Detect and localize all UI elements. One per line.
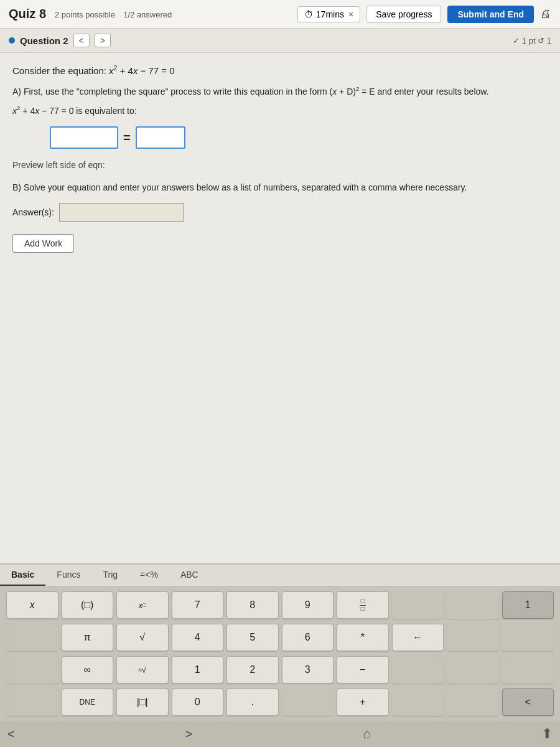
preview-text: Preview left side of eqn: — [12, 160, 548, 170]
answer-label: Answer(s): — [12, 207, 54, 217]
key-empty-2 — [447, 591, 499, 619]
home-icon[interactable]: ⌂ — [363, 726, 371, 742]
equals-sign: = — [123, 131, 131, 145]
header-left: Quiz 8 2 points possible 1/2 answered — [9, 7, 172, 21]
next-question-button[interactable]: > — [95, 34, 111, 47]
left-side-input[interactable] — [50, 126, 118, 149]
key-decimal[interactable]: . — [226, 688, 279, 716]
question-nav-right: ✓ 1 pt ↺ 1 — [513, 36, 551, 45]
print-icon[interactable]: 🖨 — [540, 7, 551, 21]
keyboard-left-arrow[interactable]: < — [7, 727, 15, 741]
key-backspace[interactable]: ← — [392, 624, 444, 651]
tab-percent[interactable]: =<% — [129, 565, 169, 586]
question-label: Question 2 — [20, 35, 68, 46]
part-b-label: B) Solve your equation and enter your an… — [12, 181, 548, 194]
progress-text: 1/2 answered — [123, 10, 172, 19]
keyboard-bottom-left: < — [7, 727, 15, 741]
key-superscript[interactable]: x□ — [116, 591, 169, 619]
main-content: Question 2 < > ✓ 1 pt ↺ 1 Consider the e… — [0, 29, 560, 563]
key-sqrt[interactable]: √ — [116, 624, 169, 651]
keyboard-tabs: Basic Funcs Trig =<% ABC — [0, 565, 560, 586]
tab-abc[interactable]: ABC — [169, 565, 210, 586]
prev-question-button[interactable]: < — [73, 34, 90, 47]
key-dne[interactable]: DNE — [62, 688, 114, 716]
key-multiply[interactable]: * — [337, 624, 389, 651]
question-nav: Question 2 < > ✓ 1 pt ↺ 1 — [0, 29, 560, 53]
question-nav-left: Question 2 < > — [9, 34, 111, 47]
completing-square-input-row: = — [50, 126, 548, 149]
key-7[interactable]: 7 — [172, 591, 224, 619]
keyboard-home-area: ⌂ — [363, 726, 371, 742]
timer-x[interactable]: × — [348, 9, 353, 19]
quiz-title: Quiz 8 — [9, 7, 46, 21]
key-empty-8 — [447, 656, 499, 684]
key-empty-13 — [447, 688, 499, 716]
key-infinity[interactable]: ∞ — [62, 656, 114, 684]
key-empty-7 — [392, 656, 444, 684]
tab-basic[interactable]: Basic — [0, 565, 45, 586]
key-minus[interactable]: − — [337, 656, 389, 684]
key-empty-1 — [392, 591, 444, 619]
question-dot — [9, 37, 15, 44]
keyboard-bottom-right: ⬆ — [541, 726, 553, 742]
key-4[interactable]: 4 — [172, 624, 224, 651]
answer-row: Answer(s): — [12, 203, 548, 222]
key-right-arrow[interactable]: < — [502, 688, 554, 716]
share-icon[interactable]: ⬆ — [541, 726, 553, 742]
keyboard-bottom: < > ⌂ ⬆ — [0, 721, 560, 747]
score-display: ✓ 1 pt ↺ 1 — [513, 36, 551, 45]
key-empty-4 — [447, 624, 499, 651]
submit-end-button[interactable]: Submit and End — [447, 6, 534, 23]
key-abs[interactable]: |□| — [116, 688, 169, 716]
key-empty-6 — [6, 656, 58, 684]
question-body: Consider the equation: x2 + 4x − 77 = 0 … — [0, 53, 560, 264]
key-empty-9 — [502, 656, 554, 684]
key-fraction[interactable]: □ □ — [337, 591, 389, 619]
timer-value: 17mins — [316, 9, 344, 19]
header-center: ⏱ 17mins × Save progress Submit and End … — [297, 6, 551, 23]
answer-input[interactable] — [59, 203, 184, 222]
timer-box: ⏱ 17mins × — [297, 6, 360, 22]
tab-trig[interactable]: Trig — [91, 565, 129, 586]
key-x[interactable]: x — [6, 591, 58, 619]
key-0[interactable]: 0 — [172, 688, 224, 716]
keyboard-area: Basic Funcs Trig =<% ABC x (□) x□ 7 8 9 … — [0, 563, 560, 747]
key-plus[interactable]: + — [337, 688, 389, 716]
key-empty-10 — [6, 688, 58, 716]
key-empty-3 — [6, 624, 58, 651]
key-5[interactable]: 5 — [226, 624, 279, 651]
add-work-button[interactable]: Add Work — [12, 234, 74, 253]
part-a-label: A) First, use the "completing the square… — [12, 85, 548, 98]
key-paren[interactable]: (□) — [62, 591, 114, 619]
key-8[interactable]: 8 — [226, 591, 279, 619]
key-3[interactable]: 3 — [282, 656, 334, 684]
points-text: 2 points possible — [55, 10, 115, 19]
header: Quiz 8 2 points possible 1/2 answered ⏱ … — [0, 0, 560, 29]
key-1[interactable]: 1 — [172, 656, 224, 684]
save-progress-button[interactable]: Save progress — [366, 6, 441, 23]
key-empty-11 — [282, 688, 334, 716]
key-9[interactable]: 9 — [282, 591, 334, 619]
timer-icon: ⏱ — [304, 9, 313, 19]
keyboard-right-arrow[interactable]: > — [185, 727, 192, 741]
equiv-text: x2 + 4x − 77 = 0 is equivalent to: — [12, 105, 548, 116]
key-nth-root[interactable]: n√ — [116, 656, 169, 684]
quiz-container: Quiz 8 2 points possible 1/2 answered ⏱ … — [0, 0, 560, 747]
key-pi[interactable]: π — [62, 624, 114, 651]
key-6[interactable]: 6 — [282, 624, 334, 651]
points-info: 2 points possible 1/2 answered — [55, 9, 172, 20]
key-empty-5 — [502, 624, 554, 651]
equation-display: Consider the equation: x2 + 4x − 77 = 0 — [12, 64, 548, 76]
tab-funcs[interactable]: Funcs — [45, 565, 91, 586]
key-1-top[interactable]: 1 — [502, 591, 554, 619]
key-2[interactable]: 2 — [226, 656, 279, 684]
key-empty-12 — [392, 688, 444, 716]
right-side-input[interactable] — [136, 126, 185, 149]
keyboard-bottom-center: > — [185, 727, 192, 741]
